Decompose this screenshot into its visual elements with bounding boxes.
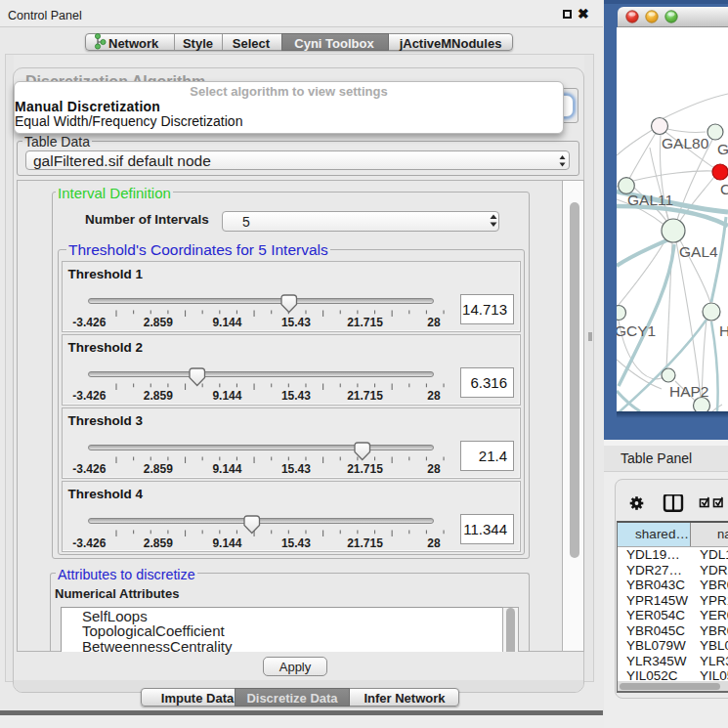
svg-text:GAL80: GAL80 bbox=[662, 135, 709, 151]
svg-text:GCY1: GCY1 bbox=[617, 322, 656, 339]
svg-text:C: C bbox=[720, 181, 728, 197]
svg-text:GAL4: GAL4 bbox=[679, 243, 718, 260]
svg-text:HAP2: HAP2 bbox=[669, 383, 709, 400]
svg-text:GA: GA bbox=[717, 141, 728, 157]
svg-text:H: H bbox=[719, 322, 728, 339]
svg-text:GAL11: GAL11 bbox=[627, 192, 673, 208]
